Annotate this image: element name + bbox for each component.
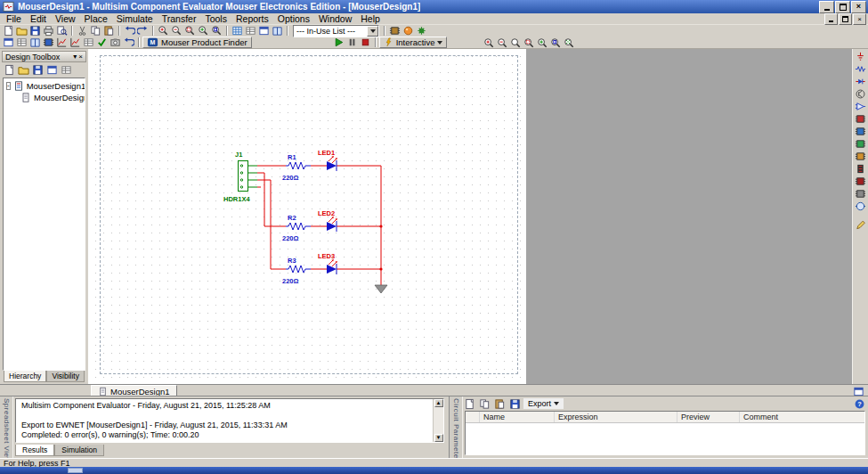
- results-log[interactable]: Multisim Component Evaluator - Friday, A…: [15, 398, 444, 443]
- led2-label[interactable]: LED2: [318, 209, 335, 217]
- column-comment[interactable]: Comment: [740, 412, 864, 422]
- print-icon[interactable]: [42, 25, 55, 37]
- back-annotate-icon[interactable]: [122, 37, 135, 48]
- undo-icon[interactable]: [123, 25, 136, 37]
- magnifier-plus-icon[interactable]: [483, 37, 496, 49]
- taskbar-button[interactable]: [68, 468, 83, 473]
- zoom-area-icon[interactable]: [183, 25, 197, 37]
- magnifier-icon[interactable]: [509, 37, 523, 49]
- mouser-product-finder-button[interactable]: M Mouser Product Finder: [142, 37, 252, 48]
- magnifier-area-icon[interactable]: [523, 37, 536, 49]
- place-ttl-icon[interactable]: [854, 113, 867, 125]
- menu-edit[interactable]: Edit: [26, 13, 51, 25]
- pause-simulation-icon[interactable]: [345, 37, 359, 48]
- pin-panel-icon[interactable]: ▾: [73, 53, 77, 61]
- mdi-minimize-button[interactable]: [824, 13, 838, 25]
- menu-options[interactable]: Options: [273, 13, 314, 25]
- zoom-out-icon[interactable]: [170, 25, 183, 37]
- schematic-canvas[interactable]: J1 HDR1X4 R1 220Ω LED1 R2 220Ω LED2 R3 2…: [88, 49, 852, 384]
- close-button[interactable]: ×: [851, 1, 866, 13]
- copy-icon[interactable]: [89, 25, 102, 37]
- minimize-button[interactable]: [819, 1, 834, 13]
- mdi-close-button[interactable]: ×: [853, 13, 866, 25]
- j1-value-label[interactable]: HDR1X4: [223, 195, 250, 203]
- mdi-restore-button[interactable]: [839, 13, 852, 25]
- orange-sphere-icon[interactable]: [402, 25, 415, 37]
- scroll-down-icon[interactable]: ▼: [434, 434, 443, 442]
- add-parameter-icon[interactable]: [463, 398, 476, 410]
- place-electromechanical-icon[interactable]: [854, 200, 867, 212]
- r1-ref-label[interactable]: R1: [288, 153, 296, 161]
- stop-simulation-icon[interactable]: [359, 37, 372, 48]
- symbol-editor-icon[interactable]: [388, 25, 402, 37]
- capture-area-icon[interactable]: [109, 37, 122, 48]
- tree-root-row[interactable]: MouserDesign1: [4, 80, 85, 92]
- r2-value-label[interactable]: 220Ω: [282, 234, 299, 242]
- toggle-grid-icon[interactable]: [231, 25, 244, 37]
- led3-label[interactable]: LED3: [318, 252, 335, 260]
- taskbar[interactable]: [0, 467, 868, 474]
- zoom-page-icon[interactable]: [210, 25, 223, 37]
- log-scrollbar[interactable]: ▲ ▼: [433, 399, 443, 442]
- place-source-icon[interactable]: [854, 51, 867, 62]
- menu-place[interactable]: Place: [80, 13, 112, 25]
- led1-label[interactable]: LED1: [318, 149, 335, 157]
- toggle-border-icon[interactable]: [257, 25, 271, 37]
- in-use-list-combo[interactable]: --- In-Use List ---: [293, 25, 379, 37]
- copy-parameter-icon[interactable]: [478, 398, 491, 410]
- paste-icon[interactable]: [102, 25, 116, 37]
- menu-view[interactable]: View: [51, 13, 80, 25]
- place-cmos-icon[interactable]: [854, 126, 867, 137]
- menu-window[interactable]: Window: [314, 13, 356, 25]
- r3-value-label[interactable]: 220Ω: [282, 277, 299, 285]
- run-simulation-icon[interactable]: [332, 37, 345, 48]
- toggle-page-bounds-icon[interactable]: [244, 25, 257, 37]
- menu-tools[interactable]: Tools: [200, 13, 231, 25]
- graphs-icon[interactable]: [55, 37, 69, 48]
- database-manager-icon[interactable]: [28, 37, 42, 48]
- r2-ref-label[interactable]: R2: [288, 214, 296, 222]
- magnifier-full-icon[interactable]: [563, 37, 576, 49]
- place-misc-digital-icon[interactable]: [854, 138, 867, 150]
- tab-simulation[interactable]: Simulation: [54, 445, 104, 456]
- circuit-parameters-table[interactable]: Name Expression Preview Comment: [465, 411, 865, 455]
- cut-icon[interactable]: [76, 25, 89, 37]
- column-name[interactable]: Name: [480, 412, 555, 422]
- tab-results[interactable]: Results: [15, 445, 54, 456]
- menu-help[interactable]: Help: [356, 13, 385, 25]
- magnifier-fit-icon[interactable]: [536, 37, 549, 49]
- magnifier-minus-icon[interactable]: [496, 37, 509, 49]
- save-parameters-icon[interactable]: [508, 398, 522, 410]
- j1-ref-label[interactable]: J1: [235, 151, 242, 159]
- document-view-icon[interactable]: [45, 64, 59, 76]
- print-preview-icon[interactable]: [55, 25, 69, 37]
- open-design-icon[interactable]: [17, 64, 30, 76]
- analyses-icon[interactable]: [69, 37, 82, 48]
- collapse-icon[interactable]: [6, 82, 11, 90]
- circuit-parameters-strip[interactable]: Circuit Parameters: [450, 396, 463, 458]
- paste-parameter-icon[interactable]: [493, 398, 507, 410]
- place-basic-icon[interactable]: [854, 63, 867, 75]
- restore-button[interactable]: [835, 1, 850, 13]
- design-tree[interactable]: MouserDesign1 MouserDesign1: [3, 78, 85, 371]
- schematic-sheet[interactable]: J1 HDR1X4 R1 220Ω LED1 R2 220Ω LED2 R3 2…: [88, 49, 526, 384]
- design-toolbox-titlebar[interactable]: Design Toolbox ▾ ×: [2, 51, 86, 62]
- toggle-spreadsheet-view-icon[interactable]: [15, 37, 28, 48]
- place-mixed-icon[interactable]: [854, 151, 867, 162]
- close-panel-icon[interactable]: ×: [78, 53, 83, 61]
- spreadsheet-icon[interactable]: [60, 64, 73, 76]
- tab-hierarchy[interactable]: Hierarchy: [4, 371, 46, 382]
- place-misc-icon[interactable]: [854, 188, 867, 200]
- tree-child-row[interactable]: MouserDesign1: [4, 92, 85, 103]
- spreadsheet-view-strip[interactable]: Spreadsheet View: [0, 396, 13, 458]
- open-icon[interactable]: [15, 25, 28, 37]
- save-design-icon[interactable]: [31, 64, 45, 76]
- place-transistor-icon[interactable]: [854, 88, 867, 100]
- column-expression[interactable]: Expression: [555, 412, 677, 422]
- export-button[interactable]: Export: [523, 398, 564, 409]
- place-power-icon[interactable]: [854, 176, 867, 187]
- scroll-up-icon[interactable]: ▲: [434, 399, 443, 407]
- tree-root-label[interactable]: MouserDesign1: [27, 81, 85, 91]
- new-icon[interactable]: [2, 25, 15, 37]
- place-diode-icon[interactable]: [854, 76, 867, 87]
